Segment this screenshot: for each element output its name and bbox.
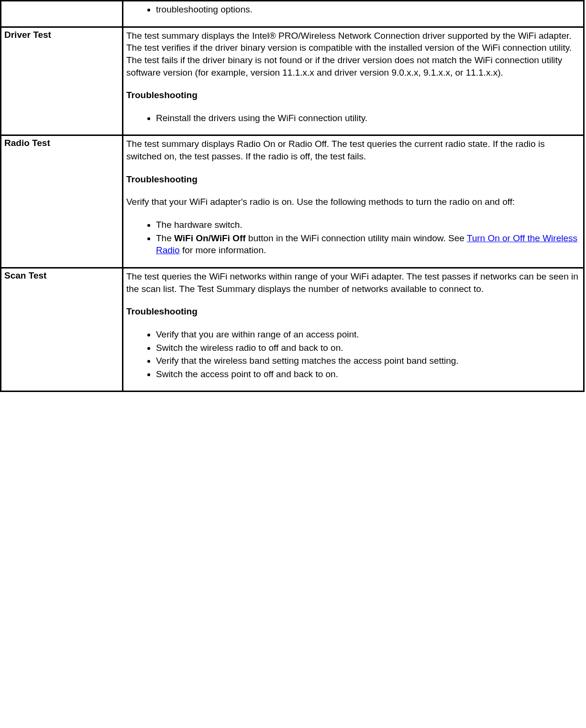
list-item: Switch the wireless radio to off and bac… — [156, 342, 580, 355]
list-item: The WiFi On/WiFi Off button in the WiFi … — [156, 232, 580, 258]
row3-label: Scan Test — [4, 270, 46, 280]
list-item: Verify that you are within range of an a… — [156, 328, 580, 342]
row2-heading: Troubleshooting — [126, 173, 580, 186]
list-item: The hardware switch. — [156, 219, 580, 232]
list-item: Verify that the wireless band setting ma… — [156, 355, 580, 368]
list-item: Switch the access point to off and back … — [156, 368, 580, 381]
table-row: troubleshooting options. — [1, 1, 584, 27]
list-item: troubleshooting options. — [156, 3, 580, 17]
tests-table: troubleshooting options. Driver Test The… — [0, 0, 585, 392]
row1-content-cell: The test summary displays the Intel® PRO… — [123, 27, 584, 135]
row3-heading: Troubleshooting — [126, 305, 580, 318]
row0-label-cell — [1, 1, 123, 27]
row3-list: Verify that you are within range of an a… — [126, 328, 580, 381]
row2-list: The hardware switch. The WiFi On/WiFi Of… — [126, 219, 580, 258]
list-item: Reinstall the drivers using the WiFi con… — [156, 112, 580, 125]
row2-desc2: Verify that your WiFi adapter's radio is… — [126, 196, 580, 208]
row0-content-cell: troubleshooting options. — [123, 1, 584, 27]
row1-heading: Troubleshooting — [126, 89, 580, 101]
row2-b2-post: for more information. — [180, 245, 266, 255]
row2-b2-pre: The — [156, 233, 174, 243]
row2-desc: The test summary displays Radio On or Ra… — [126, 138, 580, 162]
row1-label-cell: Driver Test — [1, 27, 123, 135]
row2-content-cell: The test summary displays Radio On or Ra… — [123, 135, 584, 268]
row2-label-cell: Radio Test — [1, 135, 123, 268]
table-row: Scan Test The test queries the WiFi netw… — [1, 268, 584, 391]
row3-desc: The test queries the WiFi networks withi… — [126, 270, 580, 295]
row2-label: Radio Test — [4, 138, 50, 148]
row1-label: Driver Test — [4, 30, 51, 40]
row2-b2-bold: WiFi On/WiFi Off — [174, 233, 246, 243]
row3-label-cell: Scan Test — [1, 268, 123, 391]
row1-desc: The test summary displays the Intel® PRO… — [126, 30, 580, 79]
row3-content-cell: The test queries the WiFi networks withi… — [123, 268, 584, 391]
table-row: Radio Test The test summary displays Rad… — [1, 135, 584, 268]
row2-b2-mid: button in the WiFi connection utility ma… — [246, 233, 467, 243]
row1-list: Reinstall the drivers using the WiFi con… — [126, 112, 580, 125]
row0-list: troubleshooting options. — [126, 3, 580, 17]
table-row: Driver Test The test summary displays th… — [1, 27, 584, 135]
